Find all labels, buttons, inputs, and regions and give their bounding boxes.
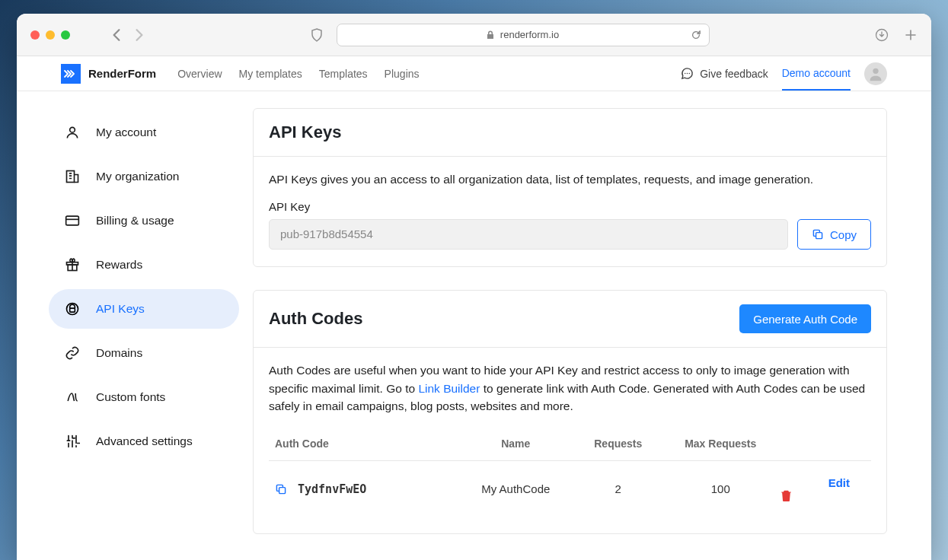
building-icon [64, 169, 81, 184]
svg-point-1 [685, 73, 686, 75]
maximize-window-icon[interactable] [61, 30, 70, 40]
sidebar-item-rewards[interactable]: Rewards [49, 245, 239, 285]
account-link[interactable]: Demo account [782, 57, 851, 91]
reload-icon[interactable] [691, 30, 701, 40]
api-key-field-label: API Key [269, 200, 871, 213]
col-name: Name [461, 427, 570, 461]
auth-codes-card: Auth Codes Generate Auth Code Auth Codes… [253, 290, 887, 534]
link-icon [64, 345, 81, 361]
traffic-lights [30, 30, 70, 40]
auth-codes-table: Auth Code Name Requests Max Requests [269, 427, 871, 517]
svg-rect-12 [816, 233, 822, 239]
chat-icon [681, 67, 694, 80]
sidebar-item-domains[interactable]: Domains [49, 333, 239, 373]
copy-label: Copy [830, 228, 857, 241]
edit-auth-code-link[interactable]: Edit [828, 476, 850, 489]
api-keys-card: API Keys API Keys gives you an access to… [253, 108, 887, 267]
sidebar-item-my-organization[interactable]: My organization [49, 157, 239, 196]
sidebar-item-label: Advanced settings [96, 434, 193, 448]
sidebar-item-my-account[interactable]: My account [49, 113, 239, 152]
col-requests: Requests [570, 427, 666, 461]
copy-code-icon[interactable] [275, 483, 287, 495]
gift-icon [64, 257, 81, 272]
sidebar-item-label: My organization [96, 170, 179, 183]
svg-rect-11 [70, 308, 75, 312]
close-window-icon[interactable] [30, 30, 40, 40]
auth-code-requests: 2 [570, 461, 666, 517]
new-tab-icon[interactable] [904, 28, 918, 42]
brand-name[interactable]: RenderForm [88, 67, 156, 80]
sidebar-item-advanced-settings[interactable]: Advanced settings [49, 422, 239, 461]
lock-icon [64, 301, 81, 317]
svg-point-5 [70, 127, 75, 132]
browser-window: renderform.io RenderForm Overview My tem… [17, 14, 931, 560]
api-keys-title: API Keys [269, 123, 341, 142]
back-button[interactable] [111, 28, 122, 42]
api-key-value: pub-917b8d54554 [280, 228, 373, 240]
auth-code-name: My AuthCode [461, 461, 570, 517]
lock-icon [487, 30, 494, 40]
sidebar: My account My organization Billing & usa… [17, 91, 253, 560]
sidebar-item-label: Billing & usage [96, 214, 174, 228]
main-content: API Keys API Keys gives you an access to… [253, 91, 931, 560]
sidebar-item-label: API Keys [96, 302, 145, 316]
copy-api-key-button[interactable]: Copy [797, 219, 871, 250]
sidebar-item-api-keys[interactable]: API Keys [49, 289, 239, 329]
auth-codes-title: Auth Codes [269, 309, 362, 329]
top-nav: Overview My templates Templates Plugins [177, 68, 419, 80]
api-key-input[interactable]: pub-917b8d54554 [269, 219, 788, 250]
alpha-icon [64, 390, 81, 405]
delete-auth-code-button[interactable] [780, 489, 865, 501]
privacy-shield-icon[interactable] [311, 28, 323, 42]
avatar[interactable] [864, 62, 887, 85]
svg-point-2 [687, 73, 688, 75]
nav-templates[interactable]: Templates [319, 68, 368, 80]
minimize-window-icon[interactable] [46, 30, 55, 40]
feedback-label: Give feedback [700, 68, 768, 80]
svg-rect-7 [66, 216, 79, 225]
browser-chrome: renderform.io [17, 14, 931, 56]
api-keys-desc: API Keys gives you an access to all orga… [269, 170, 871, 188]
svg-point-3 [689, 73, 691, 75]
table-row: TydfnvFwEO My AuthCode 2 100 Edit [269, 461, 871, 517]
link-builder-link[interactable]: Link Builder [418, 382, 480, 395]
auth-code-value: TydfnvFwEO [298, 482, 366, 496]
copy-icon [812, 228, 824, 240]
logo-icon[interactable] [61, 64, 81, 84]
app-body: My account My organization Billing & usa… [17, 91, 931, 560]
nav-overview[interactable]: Overview [177, 68, 222, 80]
auth-codes-desc: Auth Codes are useful when you want to h… [269, 361, 871, 415]
downloads-icon[interactable] [875, 28, 889, 42]
sliders-icon [64, 434, 81, 449]
credit-card-icon [64, 213, 81, 228]
url-bar[interactable]: renderform.io [337, 24, 710, 46]
url-text: renderform.io [500, 29, 559, 40]
generate-auth-code-button[interactable]: Generate Auth Code [739, 304, 871, 333]
sidebar-item-label: Custom fonts [96, 390, 165, 404]
give-feedback-link[interactable]: Give feedback [681, 67, 768, 80]
forward-button[interactable] [134, 28, 145, 42]
sidebar-item-label: Domains [96, 346, 142, 360]
svg-rect-13 [279, 487, 286, 493]
header-right: Give feedback Demo account [681, 57, 887, 91]
sidebar-item-custom-fonts[interactable]: Custom fonts [49, 377, 239, 417]
col-max-requests: Max Requests [666, 427, 774, 461]
sidebar-item-label: Rewards [96, 258, 142, 272]
nav-plugins[interactable]: Plugins [385, 68, 420, 80]
sidebar-item-billing[interactable]: Billing & usage [49, 201, 239, 240]
auth-code-max: 100 [666, 461, 774, 517]
svg-point-4 [873, 68, 878, 73]
col-auth-code: Auth Code [269, 427, 461, 461]
nav-my-templates[interactable]: My templates [239, 68, 302, 80]
app-header: RenderForm Overview My templates Templat… [17, 56, 931, 91]
user-icon [64, 125, 81, 140]
sidebar-item-label: My account [96, 126, 156, 139]
chrome-right-icons [875, 28, 918, 42]
nav-arrows [111, 28, 145, 42]
